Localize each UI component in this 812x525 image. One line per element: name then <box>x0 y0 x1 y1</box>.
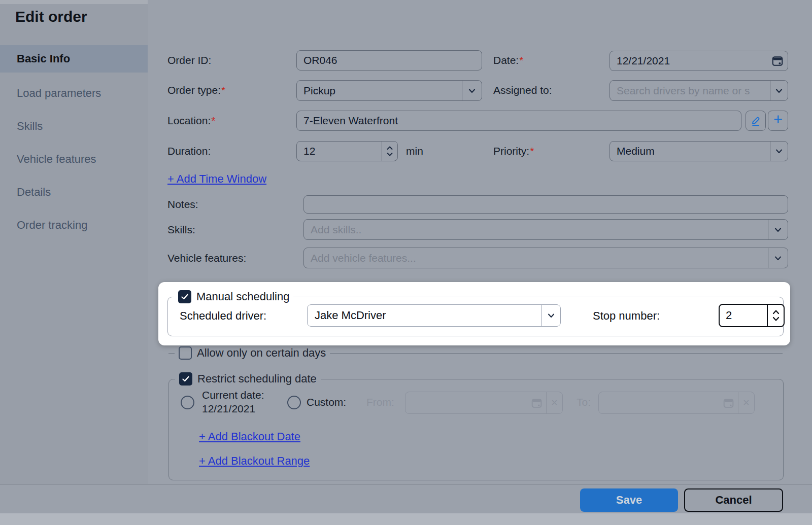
priority-select[interactable]: Medium <box>610 141 788 161</box>
cancel-button-label: Cancel <box>715 494 752 507</box>
calendar-icon <box>531 392 546 413</box>
current-date-radio[interactable] <box>181 396 194 409</box>
required-asterisk: * <box>211 115 215 126</box>
stop-number-input[interactable]: 2 <box>719 304 785 327</box>
location-label: Location:* <box>167 115 215 127</box>
current-date-value: 12/21/2021 <box>202 402 264 415</box>
date-label: Date:* <box>493 54 523 66</box>
to-date-input[interactable]: × <box>598 392 755 414</box>
page-background-strip-top <box>0 0 148 4</box>
clear-to-button[interactable]: × <box>738 392 754 413</box>
order-id-input[interactable] <box>296 50 482 71</box>
order-type-label: Order type:* <box>167 84 225 96</box>
assigned-to-select[interactable]: Search drivers by name or s <box>610 80 788 101</box>
plus-icon: + <box>773 111 783 129</box>
sidebar: Edit order Basic Info Load parameters Sk… <box>0 4 148 484</box>
clear-from-button[interactable]: × <box>546 392 562 413</box>
add-blackout-date-link[interactable]: + Add Blackout Date <box>199 430 300 443</box>
allow-days-fieldset: Allow only on certain days <box>168 346 783 361</box>
sidebar-item-vehicle-features[interactable]: Vehicle features <box>0 146 148 173</box>
skills-select[interactable]: Add skills.. <box>303 219 788 240</box>
restrict-date-checkbox[interactable] <box>179 372 192 386</box>
allow-days-checkbox[interactable] <box>179 346 192 360</box>
chevron-down-icon <box>462 81 482 100</box>
chevron-down-icon <box>768 220 788 239</box>
cancel-button[interactable]: Cancel <box>684 488 783 512</box>
priority-label: Priority:* <box>493 145 534 157</box>
required-asterisk: * <box>221 84 225 96</box>
footer-divider <box>0 484 812 485</box>
add-blackout-range-link[interactable]: + Add Blackout Range <box>199 454 310 468</box>
clear-icon: × <box>743 396 750 409</box>
clear-icon: × <box>551 396 558 409</box>
notes-input[interactable] <box>303 195 788 214</box>
page-title: Edit order <box>15 8 87 25</box>
calendar-icon[interactable] <box>772 51 788 71</box>
assigned-to-label: Assigned to: <box>493 84 552 96</box>
save-button-label: Save <box>616 494 642 507</box>
order-type-select[interactable]: Pickup <box>296 80 482 101</box>
manual-scheduling-checkbox[interactable] <box>178 290 191 303</box>
sidebar-item-basic-info[interactable]: Basic Info <box>0 45 148 73</box>
checkmark-icon <box>180 292 189 301</box>
chevron-down-icon <box>770 81 788 100</box>
edit-icon <box>750 115 761 126</box>
chevron-down-icon <box>770 142 788 161</box>
edit-order-dialog: Edit order Basic Info Load parameters Sk… <box>0 0 812 525</box>
duration-input[interactable]: 12 <box>296 141 398 161</box>
stop-number-label: Stop number: <box>593 309 660 323</box>
stepper-icon[interactable] <box>382 142 397 161</box>
scheduled-driver-label: Scheduled driver: <box>180 309 266 323</box>
from-label: From: <box>366 396 394 408</box>
edit-location-button[interactable] <box>746 111 766 131</box>
sidebar-item-load-parameters[interactable]: Load parameters <box>0 80 148 107</box>
chevron-down-icon <box>768 248 788 268</box>
checkmark-icon <box>181 374 190 383</box>
location-input[interactable] <box>296 111 741 131</box>
add-location-button[interactable]: + <box>768 111 788 131</box>
vehicle-features-label: Vehicle features: <box>167 252 246 264</box>
page-background-strip-bottom <box>0 513 812 525</box>
notes-label: Notes: <box>167 198 198 211</box>
duration-unit-label: min <box>406 145 423 157</box>
required-asterisk: * <box>519 54 523 66</box>
to-label: To: <box>577 396 591 408</box>
custom-label: Custom: <box>307 396 346 408</box>
stepper-icon[interactable] <box>767 305 784 326</box>
date-input[interactable]: 12/21/2021 <box>610 51 788 71</box>
required-asterisk: * <box>530 145 534 157</box>
sidebar-item-skills[interactable]: Skills <box>0 113 148 140</box>
vehicle-features-select[interactable]: Add vehicle features... <box>303 248 788 268</box>
skills-label: Skills: <box>167 224 195 236</box>
order-id-label: Order ID: <box>167 54 211 66</box>
from-date-input[interactable]: × <box>405 392 563 414</box>
calendar-icon <box>723 392 738 413</box>
manual-scheduling-legend: Manual scheduling <box>196 290 289 303</box>
restrict-date-legend: Restrict scheduling date <box>197 372 317 386</box>
chevron-down-icon <box>542 305 560 326</box>
add-time-window-link[interactable]: + Add Time Window <box>167 172 266 186</box>
sidebar-item-order-tracking[interactable]: Order tracking <box>0 212 148 239</box>
custom-radio[interactable] <box>287 396 301 409</box>
sidebar-item-details[interactable]: Details <box>0 179 148 206</box>
save-button[interactable]: Save <box>580 488 678 512</box>
duration-label: Duration: <box>167 145 211 157</box>
current-date-label: Current date: 12/21/2021 <box>202 388 264 415</box>
allow-days-legend: Allow only on certain days <box>197 346 326 360</box>
scheduled-driver-select[interactable]: Jake McDriver <box>307 304 561 327</box>
